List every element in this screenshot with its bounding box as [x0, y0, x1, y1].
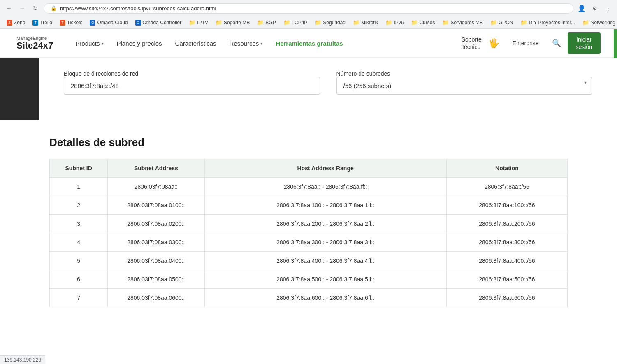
bookmark-omada-cloud-label: Omada Cloud	[97, 20, 128, 26]
cell-subnet-id: 4	[50, 233, 108, 252]
nav-buttons: ← → ↻	[3, 2, 41, 14]
bookmark-gpon-icon: 📁	[490, 19, 497, 26]
bookmark-diy[interactable]: 📁 DIY Proyectos inter...	[517, 19, 578, 26]
resources-chevron-icon: ▾	[260, 41, 262, 46]
cell-host-range: 2806:3f7:8aa:500:: - 2806:3f7:8aa:5ff::	[204, 270, 446, 289]
dropdown-arrow-icon: ▾	[584, 80, 587, 86]
table-row: 62806:03f7:08aa:0500::2806:3f7:8aa:500::…	[50, 270, 568, 289]
subnet-count-label: Número de subredes	[336, 70, 390, 77]
bookmark-soporte-mb-label: Soporte MB	[224, 20, 250, 26]
network-address-input[interactable]	[64, 77, 320, 95]
tool-section-wrapper: Bloque de direcciones de red Número de s…	[0, 58, 617, 120]
bookmark-tcpip-label: TCP/IP	[292, 20, 308, 26]
bookmark-omada-controller-icon: O	[135, 20, 141, 26]
bookmark-cursos[interactable]: 📁 Cursos	[408, 19, 438, 26]
bookmark-mikrotik[interactable]: 📁 Mikrotik	[350, 19, 381, 26]
login-label: Iniciar sesión	[576, 36, 592, 51]
network-address-field-group: Bloque de direcciones de red	[64, 70, 320, 95]
subnet-count-field-group: Número de subredes /56 (256 subnets) ▾	[336, 70, 593, 95]
bookmark-diy-label: DIY Proyectos inter...	[529, 20, 575, 26]
login-button[interactable]: Iniciar sesión	[568, 32, 601, 54]
nav-planes-label: Planes y precios	[117, 40, 162, 47]
bookmark-iptv-icon: 📁	[189, 19, 195, 26]
bookmark-iptv-label: IPTV	[197, 20, 208, 26]
nav-refresh-button[interactable]: ↻	[30, 2, 41, 14]
subnet-details-section: Detalles de subred Subnet ID Subnet Addr…	[0, 120, 617, 324]
tool-fields-area: Bloque de direcciones de red Número de s…	[39, 58, 617, 120]
cell-subnet-address: 2806:03f7:08aa:0100::	[108, 196, 204, 215]
green-bar-right	[614, 29, 617, 58]
nav-item-products[interactable]: Products ▾	[70, 37, 109, 50]
col-header-notation: Notation	[446, 159, 567, 178]
col-header-subnet-id: Subnet ID	[50, 159, 108, 178]
soporte-tecnico-label: Soportetécnico	[462, 36, 482, 51]
bookmark-gpon[interactable]: 📁 GPON	[487, 19, 516, 26]
enterprise-button[interactable]: Enterprise	[506, 37, 545, 50]
bookmark-networking[interactable]: 📁 Networking	[579, 19, 617, 26]
profile-button[interactable]: 👤	[576, 2, 587, 14]
cell-subnet-id: 2	[50, 196, 108, 215]
table-row: 12806:03f7:08aa::2806:3f7:8aa:: - 2806:3…	[50, 178, 568, 196]
bookmark-zoho[interactable]: Z Zoho	[3, 19, 28, 26]
logo-area[interactable]: ManageEngine Site24x7	[16, 36, 53, 51]
menu-button[interactable]: ⋮	[602, 2, 614, 14]
cell-host-range: 2806:3f7:8aa:400:: - 2806:3f7:8aa:4ff::	[204, 252, 446, 270]
site-header: ManageEngine Site24x7 Products ▾ Planes …	[0, 29, 617, 58]
cursor-hand: 🖐	[488, 38, 499, 49]
nav-menu: Products ▾ Planes y precios Característi…	[70, 37, 461, 50]
bookmark-tickets-icon: T	[60, 20, 65, 26]
cell-notation: 2806:3f7:8aa:200::/56	[446, 215, 567, 233]
iniciar-text: Iniciar	[576, 36, 591, 43]
soporte-tecnico-nav[interactable]: Soportetécnico	[462, 36, 482, 51]
lock-icon: 🔒	[51, 5, 57, 11]
cell-notation: 2806:3f7:8aa:100::/56	[446, 196, 567, 215]
bookmark-mikrotik-icon: 📁	[353, 19, 360, 26]
bookmark-ipv6[interactable]: 📁 IPv6	[382, 19, 407, 26]
cell-notation: 2806:3f7:8aa::/56	[446, 178, 567, 196]
bookmark-tcpip[interactable]: 📁 TCP/IP	[280, 19, 311, 26]
bookmark-zoho-icon: Z	[7, 20, 12, 26]
bookmark-trello[interactable]: T Trello	[29, 19, 56, 26]
nav-resources-label: Resources	[230, 40, 259, 47]
bookmark-bgp-label: BGP	[265, 20, 276, 26]
bookmark-servidores-mb[interactable]: 📁 Servidores MB	[439, 19, 486, 26]
bookmark-omada-controller[interactable]: O Omada Controller	[132, 19, 185, 26]
bookmark-soporte-mb[interactable]: 📁 Soporte MB	[212, 19, 253, 26]
cell-host-range: 2806:3f7:8aa:600:: - 2806:3f7:8aa:6ff::	[204, 289, 446, 307]
nav-forward-button[interactable]: →	[16, 2, 28, 14]
nav-item-caracteristicas[interactable]: Características	[169, 37, 222, 50]
search-button[interactable]: 🔍	[549, 35, 564, 51]
cell-host-range: 2806:3f7:8aa:: - 2806:3f7:8aa:ff::	[204, 178, 446, 196]
subnet-select[interactable]: /56 (256 subnets) ▾	[336, 77, 593, 95]
cell-subnet-address: 2806:03f7:08aa::	[108, 178, 204, 196]
dark-left-sidebar	[0, 58, 39, 120]
bookmark-iptv[interactable]: 📁 IPTV	[186, 19, 211, 26]
bookmark-servidores-mb-icon: 📁	[442, 19, 449, 26]
browser-toolbar: ← → ↻ 🔒 https://www.site24x7.com/es/tool…	[0, 0, 617, 16]
cell-subnet-address: 2806:03f7:08aa:0500::	[108, 270, 204, 289]
main-content: Bloque de direcciones de red Número de s…	[0, 58, 617, 324]
cell-subnet-address: 2806:03f7:08aa:0200::	[108, 215, 204, 233]
bookmark-omada-cloud[interactable]: O Omada Cloud	[86, 19, 131, 26]
table-body: 12806:03f7:08aa::2806:3f7:8aa:: - 2806:3…	[50, 178, 568, 307]
bookmark-omada-controller-label: Omada Controller	[143, 20, 182, 26]
nav-item-planes[interactable]: Planes y precios	[111, 37, 168, 50]
nav-herramientas-label: Herramientas gratuitas	[276, 40, 343, 47]
bookmark-bgp[interactable]: 📁 BGP	[254, 19, 279, 26]
bookmark-bgp-icon: 📁	[257, 19, 264, 26]
extensions-button[interactable]: ⚙	[589, 2, 601, 14]
address-bar[interactable]: 🔒 https://www.site24x7.com/es/tools/ipv6…	[44, 3, 573, 14]
nav-item-resources[interactable]: Resources ▾	[224, 37, 269, 50]
bookmark-tickets[interactable]: T Tickets	[56, 19, 86, 26]
bookmark-networking-label: Networking	[591, 20, 615, 26]
bookmark-seguridad[interactable]: 📁 Seguridad	[311, 19, 349, 26]
bookmark-trello-label: Trello	[40, 20, 52, 26]
cell-subnet-address: 2806:03f7:08aa:0600::	[108, 289, 204, 307]
browser-chrome: ← → ↻ 🔒 https://www.site24x7.com/es/tool…	[0, 0, 617, 29]
bookmark-zoho-label: Zoho	[14, 20, 25, 26]
nav-item-herramientas[interactable]: Herramientas gratuitas	[270, 37, 348, 50]
nav-back-button[interactable]: ←	[3, 2, 15, 14]
table-row: 72806:03f7:08aa:0600::2806:3f7:8aa:600::…	[50, 289, 568, 307]
section-title: Detalles de subred	[49, 136, 568, 149]
table-row: 52806:03f7:08aa:0400::2806:3f7:8aa:400::…	[50, 252, 568, 270]
